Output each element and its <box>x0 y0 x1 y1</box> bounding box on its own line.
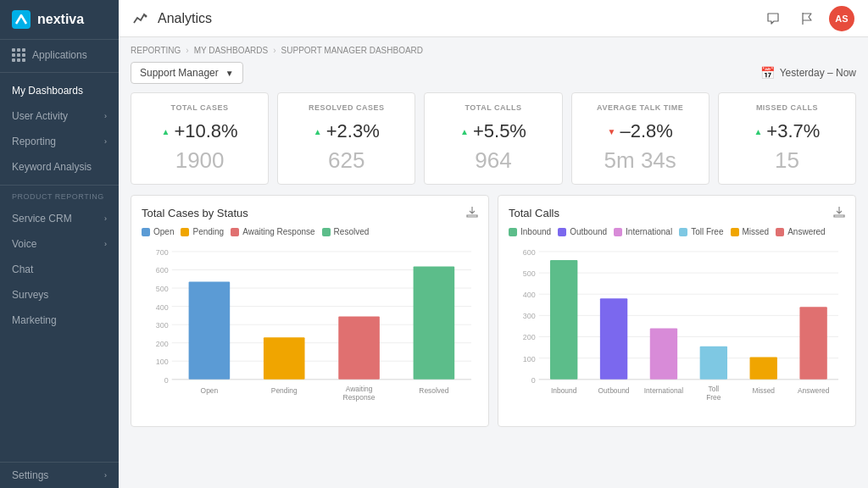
legend-color <box>231 228 239 236</box>
stat-title-missed-calls: Missed Calls <box>731 103 843 112</box>
svg-text:400: 400 <box>523 291 536 299</box>
svg-text:Resolved: Resolved <box>419 386 448 395</box>
applications-nav[interactable]: Applications <box>0 40 119 70</box>
svg-text:600: 600 <box>156 266 169 274</box>
legend-color <box>509 228 517 236</box>
logo-area: nextiva <box>0 0 119 40</box>
sidebar-item-reporting[interactable]: Reporting › <box>0 129 119 154</box>
svg-rect-19 <box>189 281 231 379</box>
svg-rect-21 <box>264 337 305 380</box>
chart-cases-header: Total Cases by Status <box>142 206 478 220</box>
svg-text:Response: Response <box>343 393 376 402</box>
stat-arrow-resolved-cases: ▲ <box>314 127 322 136</box>
breadcrumb-item-my-dashboards[interactable]: My Dashboards <box>194 46 269 55</box>
stat-value-resolved-cases: 625 <box>290 147 403 174</box>
legend-color <box>558 228 566 236</box>
svg-text:200: 200 <box>523 333 536 341</box>
stat-cards: Total Cases ▲ +10.8% 1900 Resolved Cases… <box>131 92 856 185</box>
legend-item: International <box>614 227 672 236</box>
svg-text:600: 600 <box>523 248 536 257</box>
svg-rect-49 <box>700 347 727 380</box>
stat-change-resolved-cases: ▲ +2.3% <box>290 120 403 142</box>
dashboard-selector[interactable]: Support Manager ▼ <box>131 62 243 84</box>
svg-rect-23 <box>338 316 380 379</box>
stat-change-missed-calls: ▲ +3.7% <box>731 120 843 142</box>
flag-button[interactable] <box>795 7 819 30</box>
sidebar-item-settings[interactable]: Settings › <box>0 463 119 488</box>
total-calls-chart-card: Total Calls InboundOutboundInternational… <box>498 195 856 427</box>
chart-calls-legend: InboundOutboundInternationalToll FreeMis… <box>509 227 845 236</box>
topbar-actions: AS <box>761 6 854 31</box>
logo-icon <box>12 10 31 29</box>
svg-text:200: 200 <box>156 340 169 348</box>
date-range-text: Yesterday – Now <box>780 67 856 79</box>
topbar: Analytics AS <box>119 0 868 37</box>
stat-change-avg-talk-time: ▼ –2.8% <box>584 120 697 142</box>
sidebar-item-marketing[interactable]: Marketing <box>0 308 119 333</box>
chat-button[interactable] <box>761 7 785 30</box>
chevron-icon: › <box>104 137 107 146</box>
stat-card-missed-calls: Missed Calls ▲ +3.7% 15 <box>718 92 856 185</box>
svg-text:100: 100 <box>523 355 536 363</box>
stat-arrow-total-calls: ▲ <box>460 127 469 136</box>
svg-text:Toll: Toll <box>709 385 720 393</box>
sidebar-item-voice[interactable]: Voice › <box>0 231 119 257</box>
stat-pct-missed-calls: +3.7% <box>766 120 820 142</box>
stat-arrow-missed-calls: ▲ <box>754 127 762 136</box>
svg-rect-54 <box>799 307 826 379</box>
charts-row: Total Cases by Status OpenPendingAwaitin… <box>131 195 856 427</box>
svg-rect-45 <box>600 298 627 380</box>
calls-bar-chart: 0100200300400500600InboundOutboundIntern… <box>509 245 845 413</box>
grid-icon <box>12 48 25 62</box>
total-cases-chart-card: Total Cases by Status OpenPendingAwaitin… <box>131 195 489 427</box>
sidebar-item-chat[interactable]: Chat <box>0 257 119 282</box>
legend-item: Open <box>142 227 174 236</box>
legend-color <box>776 228 784 236</box>
page-title: Analytics <box>158 11 212 26</box>
sidebar: nextiva Applications My Dashboards User … <box>0 0 119 488</box>
user-avatar[interactable]: AS <box>829 6 854 31</box>
stat-title-avg-talk-time: Average Talk Time <box>584 103 697 112</box>
date-range-selector[interactable]: 📅 Yesterday – Now <box>760 66 856 80</box>
chart-cases-download[interactable] <box>466 206 478 220</box>
chart-calls-download[interactable] <box>833 206 845 220</box>
breadcrumb-item-reporting[interactable]: Reporting <box>131 46 181 55</box>
svg-text:0: 0 <box>164 376 169 385</box>
stat-value-missed-calls: 15 <box>731 147 843 174</box>
legend-label: International <box>626 227 672 236</box>
stat-card-avg-talk-time: Average Talk Time ▼ –2.8% 5m 34s <box>571 92 709 185</box>
dropdown-chevron-icon: ▼ <box>225 69 234 78</box>
cases-bar-chart: 0100200300400500600700OpenPendingAwaitin… <box>142 245 478 413</box>
legend-label: Open <box>153 227 174 236</box>
legend-color <box>142 228 150 236</box>
svg-text:0: 0 <box>531 376 536 385</box>
sidebar-item-keyword-analysis[interactable]: Keyword Analysis <box>0 154 119 180</box>
stat-arrow-total-cases: ▲ <box>162 127 170 136</box>
reporting-label: Reporting <box>12 136 56 147</box>
svg-text:Inbound: Inbound <box>551 386 577 395</box>
svg-rect-47 <box>650 328 677 379</box>
stat-title-resolved-cases: Resolved Cases <box>290 103 403 112</box>
sidebar-item-service-crm[interactable]: Service CRM › <box>0 206 119 231</box>
stat-pct-avg-talk-time: –2.8% <box>620 120 672 142</box>
sidebar-item-my-dashboards[interactable]: My Dashboards <box>0 78 119 103</box>
breadcrumb-item-current: Support Manager Dashboard <box>281 46 423 55</box>
legend-label: Missed <box>743 227 770 236</box>
stat-title-total-cases: Total Cases <box>143 103 256 112</box>
legend-color <box>322 228 331 236</box>
svg-text:700: 700 <box>156 248 169 257</box>
stat-card-resolved-cases: Resolved Cases ▲ +2.3% 625 <box>277 92 415 185</box>
svg-text:Missed: Missed <box>752 386 775 395</box>
sidebar-item-user-activity[interactable]: User Activity › <box>0 103 119 129</box>
stat-arrow-avg-talk-time: ▼ <box>608 127 616 136</box>
svg-text:Answered: Answered <box>798 386 830 395</box>
svg-text:100: 100 <box>156 358 169 366</box>
product-reporting-group-label: Product Reporting <box>0 187 119 202</box>
dashboard-selector-label: Support Manager <box>140 67 219 79</box>
chart-cases-title: Total Cases by Status <box>142 207 248 219</box>
legend-item: Awaiting Response <box>231 227 314 236</box>
stat-change-total-calls: ▲ +5.5% <box>437 120 549 142</box>
sidebar-spacer <box>0 336 119 462</box>
legend-color <box>731 228 739 236</box>
sidebar-item-surveys[interactable]: Surveys <box>0 282 119 308</box>
